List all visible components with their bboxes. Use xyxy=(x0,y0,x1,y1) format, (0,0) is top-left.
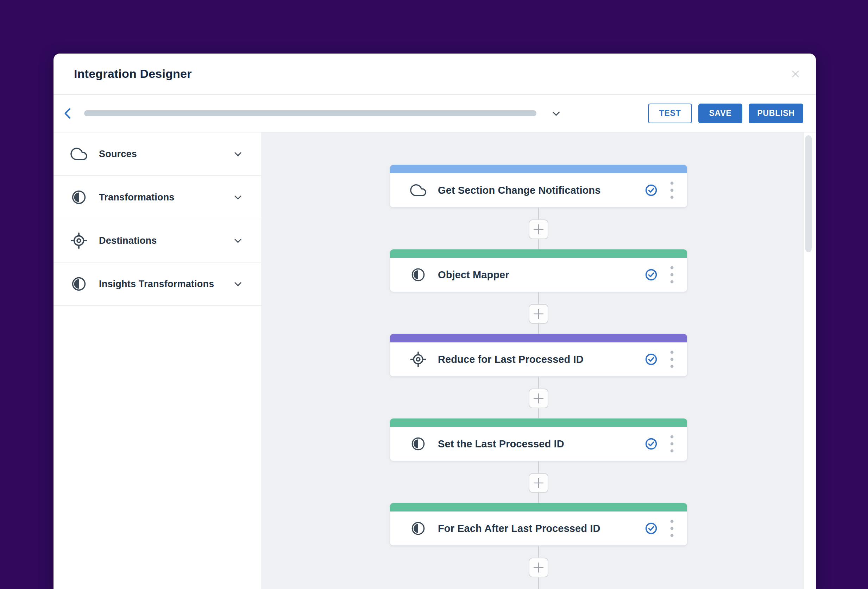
sidebar-item[interactable]: Transformations xyxy=(53,176,261,219)
node-body: Reduce for Last Processed ID xyxy=(390,342,687,376)
integration-designer-window: Integration Designer xyxy=(53,53,816,589)
save-button[interactable]: SAVE xyxy=(698,104,743,123)
valid-check-icon xyxy=(645,268,657,281)
flow-column: Get Section Change Notifications xyxy=(261,132,816,589)
cloud-icon xyxy=(410,182,427,199)
back-button[interactable] xyxy=(61,106,75,121)
contrast-icon xyxy=(410,266,427,283)
flow-step: Object Mapper xyxy=(390,249,688,334)
title-bar: Integration Designer xyxy=(53,53,816,95)
connector-line xyxy=(538,493,539,503)
valid-check-icon xyxy=(645,522,657,535)
add-step-button[interactable] xyxy=(529,304,548,324)
scrollbar-track xyxy=(804,132,816,589)
connector-line xyxy=(538,292,539,304)
node-body: Get Section Change Notifications xyxy=(390,173,687,207)
connector-line xyxy=(538,324,539,334)
node-menu-button[interactable] xyxy=(666,181,678,200)
connector-line xyxy=(538,408,539,418)
valid-check-icon xyxy=(645,353,657,366)
connector xyxy=(529,546,548,589)
sidebar-item-label: Destinations xyxy=(99,235,156,246)
connector-line xyxy=(538,577,539,589)
valid-check-icon xyxy=(645,184,657,197)
flow-node-card[interactable]: Object Mapper xyxy=(390,249,688,292)
kebab-menu-icon xyxy=(670,350,674,368)
connector xyxy=(529,292,548,334)
connector xyxy=(529,461,548,503)
contrast-icon xyxy=(410,435,427,452)
close-icon xyxy=(791,69,800,79)
scrollbar-thumb[interactable] xyxy=(805,135,812,252)
flow-step: Get Section Change Notifications xyxy=(390,164,688,249)
cloud-icon xyxy=(70,145,88,163)
flow-node-card[interactable]: For Each After Last Processed ID xyxy=(390,503,688,546)
node-menu-button[interactable] xyxy=(666,518,678,538)
name-dropdown-button[interactable] xyxy=(550,107,562,120)
connector-line xyxy=(538,239,539,249)
node-body: For Each After Last Processed ID xyxy=(390,512,687,545)
connector-line xyxy=(538,461,539,473)
node-body: Set the Last Processed ID xyxy=(390,427,687,461)
page-title: Integration Designer xyxy=(74,67,192,81)
target-icon xyxy=(70,232,88,249)
node-menu-button[interactable] xyxy=(666,349,678,369)
add-step-button[interactable] xyxy=(529,219,548,239)
connector xyxy=(529,207,548,249)
sidebar-item[interactable]: Sources xyxy=(53,132,261,176)
integration-name-placeholder-bar xyxy=(84,110,536,116)
plus-icon xyxy=(533,478,544,488)
contrast-icon xyxy=(70,188,88,206)
sidebar-item-label: Insights Transformations xyxy=(99,279,214,290)
flow-node-card[interactable]: Get Section Change Notifications xyxy=(390,164,688,207)
chevron-down-icon xyxy=(233,236,243,246)
connector-line xyxy=(538,377,539,389)
kebab-menu-icon xyxy=(670,435,674,453)
add-step-button[interactable] xyxy=(529,558,548,577)
sidebar-item[interactable]: Destinations xyxy=(53,219,261,262)
kebab-menu-icon xyxy=(670,519,674,537)
node-accent-bar xyxy=(390,165,687,173)
close-button[interactable] xyxy=(788,66,803,82)
add-step-button[interactable] xyxy=(529,473,548,493)
node-menu-button[interactable] xyxy=(666,434,678,454)
contrast-icon xyxy=(410,520,427,537)
chevron-left-icon xyxy=(62,107,74,120)
chevron-down-icon xyxy=(233,279,243,289)
sidebar-item[interactable]: Insights Transformations xyxy=(53,262,261,306)
flow-node-card[interactable]: Set the Last Processed ID xyxy=(390,418,688,461)
component-sidebar: Sources xyxy=(53,132,261,589)
flow-step: Set the Last Processed ID xyxy=(390,418,688,503)
chevron-down-icon xyxy=(551,108,561,119)
node-accent-bar xyxy=(390,503,687,512)
toolbar-actions: TEST SAVE PUBLISH xyxy=(648,104,803,123)
kebab-menu-icon xyxy=(670,181,674,200)
node-label: Reduce for Last Processed ID xyxy=(438,354,584,365)
plus-icon xyxy=(533,562,544,573)
add-step-button[interactable] xyxy=(529,389,548,408)
node-accent-bar xyxy=(390,334,687,342)
connector-line xyxy=(538,546,539,558)
node-label: Set the Last Processed ID xyxy=(438,438,564,450)
chevron-down-icon xyxy=(233,192,243,202)
sidebar-item-label: Sources xyxy=(99,149,137,160)
sidebar-item-label: Transformations xyxy=(99,192,174,203)
node-accent-bar xyxy=(390,419,687,427)
node-label: Get Section Change Notifications xyxy=(438,185,601,196)
test-button[interactable]: TEST xyxy=(648,104,692,123)
plus-icon xyxy=(533,224,544,235)
publish-button[interactable]: PUBLISH xyxy=(749,104,803,123)
flow-node-card[interactable]: Reduce for Last Processed ID xyxy=(390,334,688,377)
valid-check-icon xyxy=(645,438,657,450)
flow-step: Reduce for Last Processed ID xyxy=(390,334,688,418)
flow-step: For Each After Last Processed ID xyxy=(390,503,688,589)
node-label: For Each After Last Processed ID xyxy=(438,523,600,534)
chevron-down-icon xyxy=(233,149,243,159)
plus-icon xyxy=(533,309,544,319)
window-body: Sources xyxy=(53,132,816,589)
node-menu-button[interactable] xyxy=(666,265,678,285)
plus-icon xyxy=(533,393,544,404)
page-background: Integration Designer xyxy=(0,0,868,589)
connector xyxy=(529,377,548,418)
flow-canvas: Get Section Change Notifications xyxy=(261,132,816,589)
